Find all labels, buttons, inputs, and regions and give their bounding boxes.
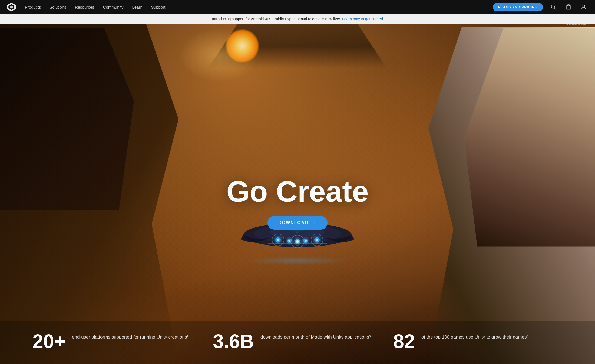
store-button[interactable] xyxy=(564,2,573,12)
download-arrow: → xyxy=(312,220,317,225)
banner-text: Introducing support for Android XR - Pub… xyxy=(212,17,340,21)
svg-line-4 xyxy=(554,8,556,9)
nav-resources[interactable]: Resources xyxy=(75,5,94,9)
store-icon xyxy=(566,4,571,10)
svg-point-23 xyxy=(305,240,307,242)
svg-rect-30 xyxy=(268,243,327,244)
svg-point-14 xyxy=(277,239,279,241)
nav-learn[interactable]: Learn xyxy=(132,5,142,9)
stat-number-2: 82 xyxy=(393,332,415,351)
stat-item-1: 3.6B downloads per month of Made with Un… xyxy=(202,332,382,351)
user-icon xyxy=(581,4,587,10)
nav-solutions[interactable]: Solutions xyxy=(49,5,66,9)
user-account-button[interactable] xyxy=(579,2,589,12)
download-button[interactable]: DOWNLOAD → xyxy=(267,216,327,230)
banner-link[interactable]: Learn how to get started xyxy=(342,17,383,21)
svg-point-26 xyxy=(316,239,318,241)
stat-desc-1: downloads per month of Made with Unity a… xyxy=(260,332,371,341)
unity-logo[interactable] xyxy=(6,2,16,12)
stat-number-0: 20+ xyxy=(32,332,65,351)
stat-desc-2: of the top 100 games use Unity to grow t… xyxy=(421,332,528,341)
main-nav: Products Solutions Resources Community L… xyxy=(0,0,595,14)
hero-section: Creator credits¹ Go Create DOWNLOAD → xyxy=(0,0,595,364)
svg-text:79: 79 xyxy=(295,231,299,235)
svg-point-17 xyxy=(288,240,290,242)
stat-number-1: 3.6B xyxy=(213,332,254,351)
hero-title: Go Create xyxy=(226,177,369,206)
svg-point-6 xyxy=(583,5,584,7)
nav-products[interactable]: Products xyxy=(25,5,41,9)
download-label: DOWNLOAD xyxy=(278,220,308,225)
nav-links: Products Solutions Resources Community L… xyxy=(25,5,493,9)
nav-community[interactable]: Community xyxy=(103,5,124,9)
hero-content: Go Create DOWNLOAD → xyxy=(226,163,369,230)
sun-effect xyxy=(226,30,259,62)
stat-desc-0: end-user platforms supported for running… xyxy=(72,332,189,341)
svg-rect-5 xyxy=(566,6,571,9)
ship-glow-ground xyxy=(243,257,352,265)
stat-item-0: 20+ end-user platforms supported for run… xyxy=(32,332,202,351)
stat-item-2: 82 of the top 100 games use Unity to gro… xyxy=(382,332,563,351)
search-button[interactable] xyxy=(548,2,558,12)
nav-right: PLANS AND PRICING xyxy=(493,2,589,12)
nav-support[interactable]: Support xyxy=(151,5,166,9)
search-icon xyxy=(550,4,556,10)
stats-bar: 20+ end-user platforms supported for run… xyxy=(0,321,595,364)
plans-pricing-button[interactable]: PLANS AND PRICING xyxy=(493,3,543,11)
svg-point-20 xyxy=(296,240,299,243)
announcement-banner: Introducing support for Android XR - Pub… xyxy=(0,14,595,24)
